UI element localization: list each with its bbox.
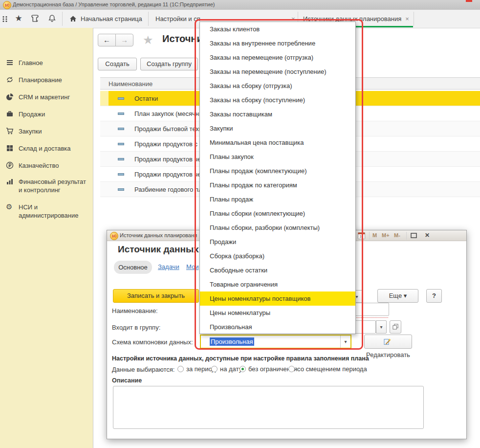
chevron-down-icon[interactable]: ▾ <box>340 336 350 348</box>
item-dash-icon <box>118 112 124 115</box>
calendar-icon[interactable]: 31 <box>358 232 365 239</box>
dropdown-item[interactable]: Произвольная <box>200 320 355 334</box>
radio-so-smeshcheniem[interactable] <box>288 366 295 372</box>
favorites-star-icon[interactable]: ★ <box>14 13 23 22</box>
tab-separator <box>148 12 149 26</box>
create-button[interactable]: Создать <box>98 58 137 70</box>
description-label: Описание <box>112 377 142 384</box>
item-dash-icon <box>118 143 124 145</box>
sidebar: Главное Планирование CRM и маркетинг Про… <box>0 28 93 448</box>
create-group-button[interactable]: Создать группу <box>140 58 198 70</box>
dialog-close-icon[interactable]: ✕ <box>425 232 430 239</box>
sidebar-item-finance[interactable]: Финансовый результат и контроллинг <box>6 178 88 194</box>
dropdown-item[interactable]: Планы сборки, разборки (комплекты) <box>200 221 355 235</box>
bar-chart-icon <box>6 178 14 185</box>
settings-section-header: Настройки источника данных, доступные пр… <box>112 355 369 362</box>
toolbar-separator <box>62 12 63 26</box>
forward-button[interactable]: → <box>115 34 133 46</box>
tab-settings-directories[interactable]: Настройки и сп× <box>155 10 200 28</box>
item-dash-icon <box>118 158 124 160</box>
dropdown-item-highlighted[interactable]: Цены номенклатуры поставщиков <box>200 291 355 306</box>
svg-text:31: 31 <box>360 235 364 238</box>
sidebar-item-planning[interactable]: Планирование <box>6 76 88 84</box>
ruble-circle-icon <box>6 161 14 169</box>
sidebar-item-warehouse[interactable]: Склад и доставка <box>6 144 88 153</box>
dialog-tab-tasks[interactable]: Задачи <box>158 263 179 270</box>
scale-m-minus-button[interactable]: M- <box>394 232 400 238</box>
radio-bez-ogranicheniya[interactable] <box>240 366 246 372</box>
window-title: Демонстрационная база / Управление торго… <box>13 1 215 7</box>
schema-value: Произвольная <box>210 337 254 346</box>
tab-home[interactable]: Начальная страница <box>65 10 142 28</box>
dropdown-item[interactable]: Заказы на сборку (отгрузка) <box>200 79 355 93</box>
dropdown-item[interactable]: Минимальная цена поставщика <box>200 135 355 150</box>
briefcase-icon <box>6 110 14 118</box>
sidebar-item-admin[interactable]: ⚙ НСИ и администрирование <box>6 203 88 220</box>
home-icon <box>69 15 77 22</box>
dropdown-item[interactable]: Планы продаж (комплектующие) <box>200 164 355 178</box>
apps-menu-icon[interactable] <box>2 16 11 24</box>
planning-icon <box>6 76 14 84</box>
help-button[interactable]: ? <box>426 289 442 303</box>
description-textarea[interactable] <box>113 386 424 429</box>
gear-icon: ⚙ <box>6 203 14 211</box>
dialog-1c-icon: 1С <box>110 232 118 240</box>
dropdown-item[interactable]: Планы продаж <box>200 192 355 206</box>
dropdown-item[interactable]: Заказы на перемещение (отгрузка) <box>200 50 355 65</box>
radio-na-datu[interactable] <box>211 366 218 372</box>
menu-icon <box>6 59 14 67</box>
sidebar-item-main[interactable]: Главное <box>6 59 88 67</box>
dropdown-item[interactable]: Заказы на внутреннее потребление <box>200 36 355 50</box>
app-logo-icon: 1С <box>3 1 11 9</box>
dropdown-item[interactable]: Заказы клиентов <box>200 22 355 36</box>
open-form-icon <box>393 324 398 330</box>
save-and-close-button[interactable]: Записать и закрыть <box>113 289 199 303</box>
group-field-label: Входит в группу: <box>112 324 160 331</box>
dropdown-item[interactable]: Цены номенклатуры <box>200 306 355 320</box>
item-dash-icon <box>118 173 124 176</box>
tab-close-icon[interactable]: × <box>405 15 409 22</box>
grid-icon <box>6 144 14 152</box>
dropdown-item[interactable]: Закупки <box>200 121 355 135</box>
back-button[interactable]: ← <box>98 34 116 46</box>
sidebar-item-crm[interactable]: CRM и маркетинг <box>6 93 88 101</box>
magic-wand-icon <box>384 338 391 345</box>
schema-field-label: Схема компоновки данных: <box>112 338 193 346</box>
sidebar-item-sales[interactable]: Продажи <box>6 110 88 118</box>
schema-combobox[interactable]: Произвольная ▾ <box>200 335 351 349</box>
dialog-tab-notes[interactable]: Мои <box>186 263 198 270</box>
data-source-dropdown-list: Заказы клиентов Заказы на внутреннее пот… <box>199 22 356 334</box>
edit-schema-button[interactable]: Редактировать <box>364 335 412 349</box>
data-select-label: Данные выбираются: <box>112 366 175 373</box>
dropdown-item[interactable]: Заказы поставщикам <box>200 107 355 121</box>
dropdown-item[interactable]: Сборка (разборка) <box>200 249 355 263</box>
notifications-bell-icon[interactable] <box>48 14 57 23</box>
history-icon[interactable] <box>31 14 40 23</box>
dropdown-item[interactable]: Свободные остатки <box>200 263 355 277</box>
scale-m-plus-button[interactable]: M+ <box>382 232 390 238</box>
pie-chart-icon <box>6 93 14 101</box>
window-close-button[interactable] <box>466 0 472 2</box>
dropdown-item[interactable]: Планы сборки (комплектующие) <box>200 206 355 221</box>
sidebar-item-treasury[interactable]: Казначейство <box>6 161 88 170</box>
item-dash-icon <box>118 97 124 100</box>
dialog-tab-main[interactable]: Основное <box>114 261 152 274</box>
item-dash-icon <box>118 128 124 130</box>
dropdown-item[interactable]: Планы продаж по категориям <box>200 178 355 192</box>
dropdown-item[interactable]: Товарные ограничения <box>200 277 355 291</box>
group-open-button[interactable] <box>390 320 401 334</box>
dropdown-item[interactable]: Заказы на сборку (поступление) <box>200 93 355 107</box>
more-button[interactable]: Еще ▾ <box>377 289 418 303</box>
dropdown-item[interactable]: Продажи <box>200 235 355 249</box>
window-titlebar: 1С Демонстрационная база / Управление то… <box>0 0 480 10</box>
sidebar-item-purchases[interactable]: Закупки <box>6 127 88 135</box>
dropdown-item[interactable]: Заказы на перемещение (поступление) <box>200 65 355 79</box>
radio-za-period[interactable] <box>177 366 184 372</box>
maximize-icon[interactable] <box>411 233 417 238</box>
scale-m-button[interactable]: M <box>372 232 377 238</box>
name-field-label: Наименование: <box>112 307 158 314</box>
favorite-star-icon[interactable]: ★ <box>143 33 153 47</box>
cart-icon <box>6 127 14 135</box>
group-dropdown-arrow[interactable]: ▾ <box>376 320 387 334</box>
dropdown-item[interactable]: Планы закупок <box>200 150 355 164</box>
